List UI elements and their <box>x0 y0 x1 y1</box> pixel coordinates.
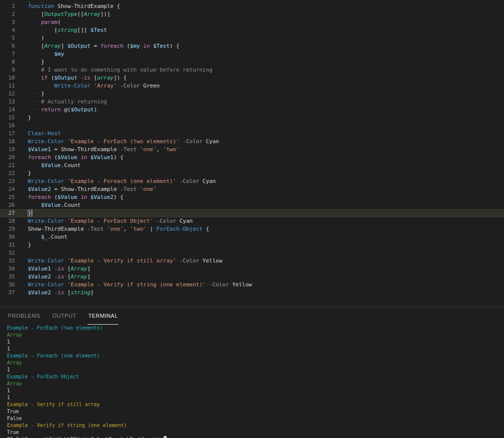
code-token: · <box>176 178 180 184</box>
code-line[interactable]: 22} <box>0 170 504 177</box>
code-line[interactable]: 8····} <box>0 58 504 66</box>
code-line[interactable]: 5····) <box>0 34 504 42</box>
code-line[interactable]: 37$Value2·-is·[string] <box>0 289 504 297</box>
editor-cursor <box>32 209 33 216</box>
line-number[interactable]: 30 <box>0 233 15 241</box>
code-line[interactable]: 20foreach·($Value·in·$Value1)·{ <box>0 154 504 162</box>
code-line[interactable]: 35$Value2·-is·[Array] <box>0 273 504 281</box>
code-line[interactable]: 11········Write-Color·'Array'·-Color·Gre… <box>0 82 504 90</box>
line-number[interactable]: 15 <box>0 114 15 122</box>
panel-tab-problems[interactable]: PROBLEMS <box>7 307 41 325</box>
code-token: ···· <box>28 35 41 41</box>
code-text: $Value2·-is·[string] <box>15 289 94 297</box>
line-number[interactable]: 14 <box>0 106 15 114</box>
line-number[interactable]: 21 <box>0 162 15 170</box>
code-token: · <box>87 194 91 200</box>
line-number[interactable]: 18 <box>0 138 15 146</box>
line-number[interactable]: 19 <box>0 146 15 154</box>
code-line[interactable]: 10····if·($Output·-is·[array])·{ <box>0 74 504 82</box>
line-number[interactable]: 8 <box>0 58 15 66</box>
line-number[interactable]: 31 <box>0 241 15 249</box>
line-number[interactable]: 33 <box>0 257 15 265</box>
code-line[interactable]: 9····#·I·want·to·do·something·with·value… <box>0 66 504 74</box>
code-line[interactable]: 33Write-Color·'Example - Verify if still… <box>0 257 504 265</box>
line-number[interactable]: 36 <box>0 281 15 289</box>
code-line[interactable]: 36Write-Color·'Example - Verify if strin… <box>0 281 504 289</box>
line-number[interactable]: 16 <box>0 122 15 130</box>
code-line[interactable]: 18Write-Color·'Example - ForEach (two el… <box>0 138 504 146</box>
code-line[interactable]: 32 <box>0 249 504 257</box>
line-number[interactable]: 2 <box>0 10 15 18</box>
code-line[interactable]: 4········[string[]]·$Test <box>0 26 504 34</box>
code-line[interactable]: 14····return·@($Output) <box>0 106 504 114</box>
line-number[interactable]: 22 <box>0 170 15 177</box>
code-line[interactable]: 25foreach·($Value·in·$Value2)·{ <box>0 193 504 201</box>
line-number[interactable]: 23 <box>0 177 15 185</box>
line-number[interactable]: 13 <box>0 98 15 106</box>
line-number[interactable]: 28 <box>0 217 15 225</box>
panel-tab-terminal[interactable]: TERMINAL <box>88 307 118 325</box>
code-line[interactable]: 27} <box>0 209 504 217</box>
code-token: · <box>87 27 91 33</box>
code-line[interactable]: 7········$my <box>0 50 504 58</box>
code-text: Write-Color·'Example - ForEach Object'·-… <box>15 217 193 225</box>
code-line[interactable]: 30····$_.Count <box>0 233 504 241</box>
code-line[interactable]: 31} <box>0 241 504 249</box>
code-line[interactable]: 34$Value1·-is·[Array] <box>0 265 504 273</box>
code-line[interactable]: 12····} <box>0 90 504 98</box>
code-token: · <box>64 43 68 49</box>
line-number[interactable]: 37 <box>0 289 15 297</box>
code-token: ( <box>54 194 58 200</box>
code-line[interactable]: 28Write-Color·'Example - ForEach Object'… <box>0 217 504 225</box>
line-number[interactable]: 24 <box>0 185 15 193</box>
code-line[interactable]: 6····[Array]·$Output·=·foreach·($my·in·$… <box>0 42 504 50</box>
line-number[interactable]: 12 <box>0 90 15 98</box>
line-number[interactable]: 27 <box>0 209 15 217</box>
code-line[interactable]: 1function·Show-ThirdExample·{ <box>0 2 504 10</box>
code-line[interactable]: 15} <box>0 114 504 122</box>
line-number[interactable]: 7 <box>0 50 15 58</box>
code-line[interactable]: 26····$Value.Count <box>0 201 504 209</box>
code-token: ]) <box>113 75 120 81</box>
panel-tab-output[interactable]: OUTPUT <box>52 307 77 325</box>
code-editor[interactable]: 0 references 1function·Show-ThirdExample… <box>0 0 504 307</box>
code-line[interactable]: 3····param( <box>0 18 504 26</box>
line-number[interactable]: 4 <box>0 26 15 34</box>
line-number[interactable]: 6 <box>0 42 15 50</box>
code-token: Yellow <box>232 281 252 288</box>
code-token: Write-Color <box>54 83 91 89</box>
line-number[interactable]: 26 <box>0 201 15 209</box>
code-line[interactable]: 29Show-ThirdExample·-Test·'one',·'two'·|… <box>0 225 504 233</box>
line-number[interactable]: 25 <box>0 193 15 201</box>
editor-code-area[interactable]: 1function·Show-ThirdExample·{2····[Outpu… <box>0 2 504 297</box>
line-number[interactable]: 3 <box>0 18 15 26</box>
terminal-output[interactable]: Example - ForEach (two elements)Array11E… <box>0 325 504 438</box>
line-number[interactable]: 1 <box>0 2 15 10</box>
line-number[interactable]: 17 <box>0 130 15 138</box>
line-number[interactable]: 34 <box>0 265 15 273</box>
line-number[interactable]: 32 <box>0 249 15 257</box>
code-token: foreach <box>28 154 51 161</box>
code-token: $Value <box>58 194 78 200</box>
code-line[interactable]: 2····[OutputType([Array])] <box>0 10 504 18</box>
code-line[interactable]: 19$Value1·=·Show-ThirdExample·-Test·'one… <box>0 146 504 154</box>
line-number[interactable]: 5 <box>0 34 15 42</box>
code-line[interactable]: 16 <box>0 122 504 130</box>
code-token: 'Array' <box>94 83 116 89</box>
code-token: foreach <box>28 194 51 200</box>
line-number[interactable]: 20 <box>0 154 15 162</box>
line-number[interactable]: 10 <box>0 74 15 82</box>
code-token: Write-Color <box>28 218 64 224</box>
code-line[interactable]: 23Write-Color·'Example - Foreach (one el… <box>0 177 504 185</box>
code-line[interactable]: 17Clear-Host <box>0 130 504 138</box>
code-line[interactable]: 21····$Value.Count <box>0 162 504 170</box>
code-line[interactable]: 24$Value2·=·Show-ThirdExample·-Test·'one… <box>0 185 504 193</box>
line-number[interactable]: 9 <box>0 66 15 74</box>
line-number[interactable]: 35 <box>0 273 15 281</box>
code-text: Show-ThirdExample·-Test·'one',·'two'·|·F… <box>15 225 209 233</box>
line-number[interactable]: 29 <box>0 225 15 233</box>
code-token: ···· <box>28 19 41 25</box>
code-line[interactable]: 13····#·Actually·returning <box>0 98 504 106</box>
line-number[interactable]: 11 <box>0 82 15 90</box>
code-text: ····if·($Output·-is·[array])·{ <box>15 74 127 82</box>
